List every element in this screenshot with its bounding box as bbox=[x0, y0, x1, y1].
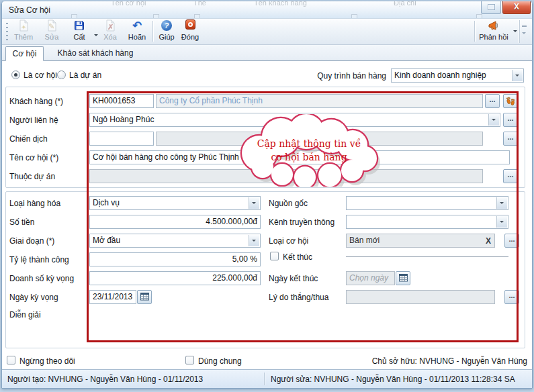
customer-label: Khách hàng (*) bbox=[9, 97, 63, 106]
status-bar: Người tạo: NVHUNG - Nguyễn Văn Hùng - 01… bbox=[2, 369, 532, 388]
svg-text:✗: ✗ bbox=[107, 23, 114, 31]
shared-label: Dùng chung bbox=[198, 356, 242, 366]
ghost-column-header: Tên khách hàng bbox=[254, 1, 307, 7]
undo-button[interactable]: ↶ Hoãn bbox=[124, 19, 150, 44]
expected-date-label: Ngày kỳ vọng bbox=[9, 293, 58, 302]
radio-la-du-an[interactable] bbox=[57, 70, 66, 79]
delete-button[interactable]: ✗ Xóa bbox=[98, 19, 122, 44]
delete-document-icon: ✗ bbox=[98, 19, 122, 33]
undo-button-label: Hoãn bbox=[128, 33, 146, 41]
power-icon bbox=[178, 19, 202, 33]
radio-la-co-hoi-label: Là cơ hội bbox=[24, 70, 57, 80]
edit-document-icon: ✎ bbox=[39, 19, 64, 33]
feedback-button[interactable]: Phản hồi bbox=[476, 19, 511, 44]
add-button[interactable]: ✦ Thêm bbox=[10, 19, 37, 44]
help-button[interactable]: ? Giúp bbox=[155, 19, 178, 44]
shared-checkbox[interactable] bbox=[185, 356, 194, 364]
save-button-label: Cất bbox=[73, 33, 85, 41]
modified-by-text: Người sửa: NVHUNG - Nguyễn Văn Hùng - 01… bbox=[271, 375, 515, 384]
edit-button-label: Sửa bbox=[45, 33, 59, 41]
maximize-button[interactable] bbox=[481, 1, 501, 14]
close-app-button-label: Đóng bbox=[181, 33, 199, 41]
opportunity-name-label: Tên cơ hội (*) bbox=[9, 153, 58, 162]
radio-la-co-hoi[interactable] bbox=[11, 70, 20, 79]
ghost-column-header: Tên cơ hội bbox=[111, 1, 146, 7]
save-button[interactable]: Cất bbox=[66, 19, 92, 44]
delete-button-label: Xóa bbox=[103, 33, 117, 41]
expected-revenue-label: Doanh số kỳ vọng bbox=[9, 274, 74, 283]
add-button-label: Thêm bbox=[14, 33, 33, 41]
tab-co-hoi[interactable]: Cơ hội bbox=[5, 46, 44, 61]
ghost-checkbox bbox=[476, 14, 482, 19]
ghost-checkbox bbox=[71, 14, 77, 19]
help-icon: ? bbox=[155, 19, 178, 33]
toolbar-separator bbox=[474, 21, 475, 42]
close-button[interactable]: X bbox=[502, 1, 531, 14]
stage-label: Giai đoạn (*) bbox=[9, 236, 54, 246]
feedback-button-label: Phản hồi bbox=[479, 33, 508, 41]
ghost-checkbox bbox=[194, 14, 200, 19]
contact-label: Người liên hệ bbox=[9, 115, 58, 125]
sales-process-label: Quy trình bán hàng bbox=[302, 71, 386, 81]
ghost-checkbox bbox=[153, 14, 159, 19]
tab-khao-sat-khach-hang[interactable]: Khảo sát khách hàng bbox=[45, 46, 146, 60]
close-app-button[interactable]: Đóng bbox=[178, 19, 202, 44]
ghost-checkbox bbox=[351, 14, 357, 19]
radio-la-du-an-label: Là dự án bbox=[69, 70, 101, 80]
project-label: Thuộc dự án bbox=[9, 172, 55, 181]
tab-strip: Cơ hội Khảo sát khách hàng bbox=[2, 45, 532, 61]
callout-text: Cập nhật thông tin về cơ hội bán hàng bbox=[251, 138, 367, 164]
question-glyph: ? bbox=[161, 20, 172, 31]
campaign-label: Chiến dịch bbox=[9, 134, 48, 144]
toolbar-separator bbox=[152, 21, 153, 42]
toolbar-drag-handle[interactable] bbox=[6, 23, 8, 40]
stop-following-checkbox[interactable] bbox=[7, 356, 15, 364]
svg-text:✎: ✎ bbox=[48, 22, 54, 30]
success-rate-label: Tỷ lệ thành công bbox=[9, 255, 69, 264]
sales-process-value: Kinh doanh doanh nghiệp bbox=[394, 70, 486, 80]
ghost-column-header: Địa chỉ bbox=[394, 1, 416, 7]
megaphone-icon bbox=[476, 19, 511, 33]
title-bar: Tên cơ hội Thẻ Tên khách hàng Địa chỉ Sử… bbox=[2, 1, 532, 19]
chevron-down-icon[interactable] bbox=[512, 70, 523, 81]
feedback-chevron-icon[interactable] bbox=[513, 30, 517, 34]
help-button-label: Giúp bbox=[159, 33, 174, 41]
description-label: Diễn giải bbox=[9, 310, 41, 320]
sales-process-select[interactable]: Kinh doanh doanh nghiệp bbox=[391, 68, 524, 83]
ghost-column-header: Thẻ bbox=[193, 1, 206, 7]
undo-icon: ↶ bbox=[124, 19, 150, 33]
owner-text: Chủ sở hữu: NVHUNG - Nguyễn Văn Hùng bbox=[336, 356, 527, 366]
floppy-disk-icon bbox=[66, 19, 92, 33]
new-document-icon: ✦ bbox=[10, 19, 37, 33]
restore-icon bbox=[488, 5, 494, 9]
edit-button[interactable]: ✎ Sửa bbox=[39, 19, 64, 44]
amount-label: Số tiền bbox=[9, 217, 34, 227]
goods-type-label: Loại hàng hóa bbox=[9, 199, 60, 208]
svg-text:✦: ✦ bbox=[21, 23, 26, 31]
created-by-text: Người tạo: NVHUNG - Nguyễn Văn Hùng - 01… bbox=[7, 375, 203, 384]
stop-following-label: Ngừng theo dõi bbox=[19, 356, 75, 366]
toolbar: ✦ Thêm ✎ Sửa Cất ✗ Xóa ↶ Hoãn ? Giúp Đón… bbox=[2, 19, 532, 45]
status-separator bbox=[264, 373, 265, 385]
toolbar-overflow-button[interactable] bbox=[519, 20, 528, 43]
window-title: Sửa Cơ hội bbox=[9, 5, 50, 15]
